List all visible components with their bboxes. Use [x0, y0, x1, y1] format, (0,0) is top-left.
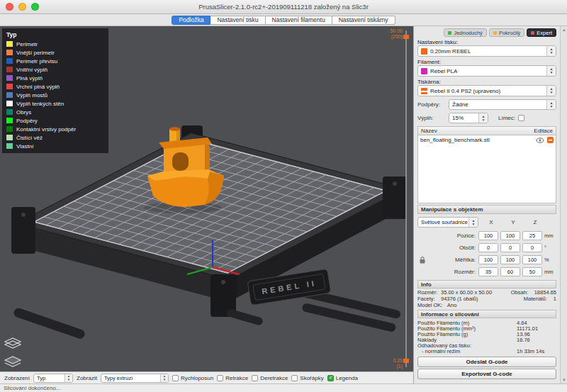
- checkbox-icon[interactable]: [217, 375, 223, 381]
- print-profile-icon: [421, 48, 427, 55]
- axis-y-header: Y: [503, 219, 523, 225]
- sliced-row: Použito Filamentu (mm³)11171.01: [417, 325, 556, 331]
- checkbox-icon[interactable]: [172, 375, 179, 381]
- filament-select[interactable]: Rebel PLA ▲▼: [417, 65, 556, 77]
- layers-stack-icon[interactable]: [4, 354, 22, 368]
- print-time-value: 1h 33m 14s: [517, 348, 544, 354]
- mode-expert-dot-icon: [531, 31, 534, 35]
- brim-checkbox[interactable]: [518, 115, 524, 121]
- dropdown-arrows-icon: ▲▼: [546, 100, 556, 109]
- legend-item: Výplň mostů: [6, 91, 104, 99]
- uniform-scale-lock-icon[interactable]: [420, 257, 425, 264]
- export-gcode-button[interactable]: Exportovat G-code: [417, 369, 556, 379]
- size-y-input[interactable]: [500, 267, 520, 276]
- info-facets-value: 94376 (1 obalů): [441, 296, 524, 302]
- info-size-value: 35.00 x 60.00 x 50.00: [441, 289, 511, 296]
- tab-print-settings[interactable]: Nastavení tisku: [210, 16, 265, 25]
- show-select[interactable]: Typy extruzí ▲▼: [101, 374, 169, 383]
- mode-expert-button[interactable]: Expert: [527, 28, 556, 37]
- edit-object-icon[interactable]: [547, 137, 554, 143]
- 3d-viewport[interactable]: REBEL II: [0, 26, 413, 371]
- size-z-input[interactable]: [522, 267, 542, 276]
- infill-select[interactable]: 15% ▲▼: [449, 113, 488, 123]
- layer-slider-handle-top[interactable]: [403, 35, 409, 39]
- mode-switcher: Jednoduchý Pokročilý Expert: [417, 28, 556, 37]
- infill-label: Výplň:: [417, 115, 449, 121]
- checkbox-checked-icon[interactable]: [327, 375, 334, 381]
- size-row: Rozměr: mm: [417, 267, 556, 277]
- name-column-header: Název: [421, 128, 437, 134]
- send-gcode-button[interactable]: Odeslat G-code: [417, 357, 556, 367]
- close-button[interactable]: [6, 3, 13, 11]
- rotation-x-input[interactable]: [478, 243, 498, 252]
- object-list[interactable]: ben_floating_benchmark.stl: [417, 135, 556, 203]
- dropdown-arrows-icon: ▲▼: [546, 86, 556, 96]
- mode-simple-button[interactable]: Jednoduchý: [444, 28, 486, 37]
- print-time-label: Odhadovaný čas tisku:: [417, 342, 556, 348]
- rotation-z-input[interactable]: [522, 243, 542, 252]
- rotation-row: Otočit: °: [417, 242, 556, 253]
- scale-x-input[interactable]: [478, 255, 498, 264]
- tab-plater[interactable]: Podložka: [172, 16, 210, 25]
- print-settings-label: Nastavení tisku:: [417, 39, 556, 45]
- traffic-lights: [6, 3, 39, 11]
- dropdown-arrows-icon: ▲▼: [160, 374, 168, 382]
- printer-icon: [421, 88, 427, 94]
- size-x-input[interactable]: [478, 267, 498, 276]
- coordinates-row: Světové souřadnice ▲▼ X Y Z: [417, 217, 556, 228]
- checkbox-retractions[interactable]: Retrakce: [217, 375, 248, 381]
- view-label: Zobrazení: [4, 375, 30, 381]
- scroll-down-icon[interactable]: ▼: [562, 378, 566, 382]
- print-settings-select[interactable]: 0.20mm REBEL ▲▼: [417, 45, 556, 57]
- legend-item: Kontaktní vrstvy podpěr: [6, 125, 104, 133]
- tab-printer-settings[interactable]: Nastavení tiskárny: [332, 16, 395, 25]
- tab-filament-settings[interactable]: Nastavení filamentu: [266, 16, 332, 25]
- legend-item: Vlastní: [6, 142, 104, 150]
- position-row: Pozice: mm: [417, 230, 556, 241]
- legend-item: Perimetr: [6, 40, 104, 48]
- minimize-button[interactable]: [18, 3, 26, 11]
- view-select[interactable]: Typ ▲▼: [33, 374, 73, 383]
- object-list-header: Název Editace: [417, 126, 556, 135]
- scale-y-input[interactable]: [500, 255, 520, 264]
- sidebar-scrollbar[interactable]: ▲ ▼: [560, 26, 567, 383]
- color-swatch: [6, 84, 13, 89]
- coordinate-system-select[interactable]: Světové souřadnice ▲▼: [417, 217, 478, 228]
- layer-slider-handle-bottom[interactable]: [403, 359, 409, 363]
- position-x-input[interactable]: [478, 231, 498, 240]
- color-swatch: [6, 50, 13, 55]
- mode-simple-dot-icon: [448, 31, 451, 35]
- view-mode-icons: [4, 337, 22, 368]
- window-title: PrusaSlicer-2.1.0-rc2+-201909111218 zalo…: [198, 3, 369, 11]
- status-text: Slicování dokončeno...: [4, 385, 61, 391]
- checkbox-icon[interactable]: [291, 375, 298, 381]
- filament-color-swatch: [421, 68, 427, 74]
- supports-select[interactable]: Žádné ▲▼: [449, 99, 556, 110]
- checkbox-travel[interactable]: Rychloposun: [172, 375, 213, 381]
- maximize-button[interactable]: [31, 3, 39, 11]
- layers-3d-icon[interactable]: [4, 337, 22, 351]
- printer-select[interactable]: Rebel II 0.4 PS2 (upraveno) ▲▼: [417, 85, 556, 96]
- position-y-input[interactable]: [500, 231, 520, 240]
- checkbox-shells[interactable]: Skořápky: [291, 375, 323, 381]
- rotation-y-input[interactable]: [500, 243, 520, 252]
- scroll-up-icon[interactable]: ▲: [562, 28, 566, 32]
- sliced-row: Náklady16.76: [417, 337, 556, 342]
- color-swatch: [6, 109, 13, 115]
- color-swatch: [6, 58, 13, 64]
- object-row[interactable]: ben_floating_benchmark.stl: [418, 135, 556, 145]
- scale-z-input[interactable]: [522, 255, 542, 264]
- checkbox-legend[interactable]: Legenda: [327, 375, 358, 381]
- color-swatch: [6, 67, 13, 72]
- scale-row: Měřítka: %: [417, 254, 556, 265]
- layer-slider-track[interactable]: [405, 30, 407, 367]
- dropdown-arrows-icon: ▲▼: [546, 46, 556, 56]
- layer-slider-bottom-label: 0.20 (1): [393, 358, 403, 369]
- color-swatch: [6, 126, 13, 132]
- info-volume-value: 18854.65: [534, 289, 556, 296]
- mode-advanced-button[interactable]: Pokročilý: [489, 28, 524, 37]
- visibility-eye-icon[interactable]: [536, 138, 544, 143]
- checkbox-icon[interactable]: [252, 375, 258, 381]
- checkbox-unretractions[interactable]: Deretrakce: [252, 375, 288, 381]
- position-z-input[interactable]: [522, 231, 542, 240]
